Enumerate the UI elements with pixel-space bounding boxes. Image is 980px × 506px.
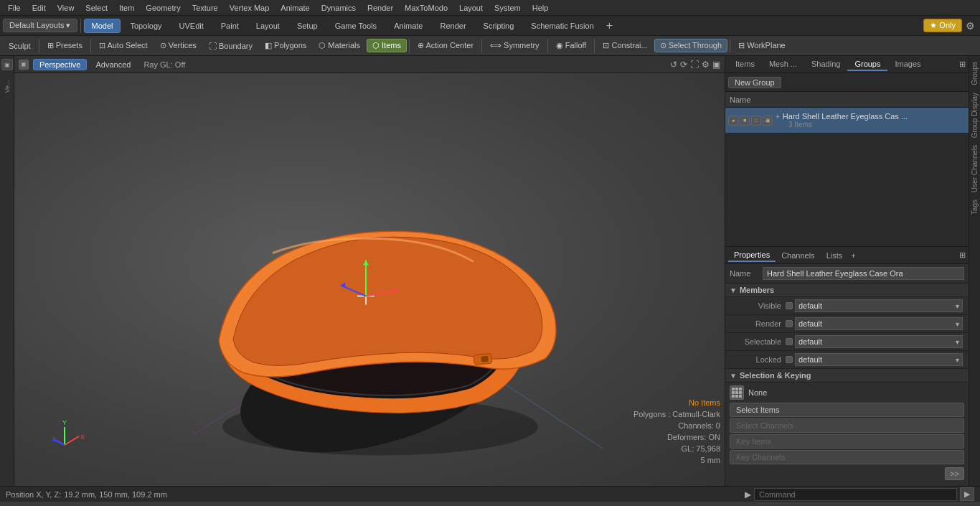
- menu-dynamics[interactable]: Dynamics: [316, 2, 361, 14]
- menu-item[interactable]: Item: [114, 2, 139, 14]
- viewport-corner-btn[interactable]: ▣: [19, 60, 29, 70]
- right-panel-expand-btn[interactable]: ⊞: [959, 60, 966, 69]
- group-visible-btn[interactable]: ●: [728, 116, 738, 126]
- sel-keying-section-header[interactable]: ▼ Selection & Keying: [725, 369, 969, 383]
- menu-vertex-map[interactable]: Vertex Map: [225, 2, 275, 14]
- tab-topology[interactable]: Topology: [122, 19, 169, 33]
- tab-scripting[interactable]: Scripting: [476, 19, 522, 33]
- selectable-dropdown[interactable]: default ▾: [795, 335, 963, 348]
- selectable-dot[interactable]: [786, 338, 793, 345]
- side-strip-tags[interactable]: Tags: [969, 197, 980, 217]
- viewport-icon-refresh[interactable]: ⟳: [680, 60, 687, 70]
- action-center-button[interactable]: ⊕ Action Center: [412, 39, 479, 52]
- new-group-button[interactable]: New Group: [728, 77, 781, 88]
- tab-model[interactable]: Model: [84, 19, 121, 33]
- rp-tab-groups[interactable]: Groups: [847, 58, 887, 71]
- groups-list[interactable]: ● ■ □ ▣ + Hard Shell Leather Eyeglass Ca…: [725, 108, 969, 246]
- rp-tab-shading[interactable]: Shading: [804, 58, 847, 71]
- members-section-header[interactable]: ▼ Members: [725, 284, 969, 297]
- command-input[interactable]: [754, 488, 957, 501]
- viewport-icon-settings[interactable]: ⚙: [702, 60, 710, 70]
- viewport-canvas[interactable]: No Items Polygons : Catmull-Clark Channe…: [14, 73, 725, 486]
- props-tab-properties[interactable]: Properties: [728, 249, 776, 262]
- menu-edit[interactable]: Edit: [27, 2, 51, 14]
- group-row-eyeglass[interactable]: ● ■ □ ▣ + Hard Shell Leather Eyeglass Ca…: [725, 108, 969, 133]
- menu-animate[interactable]: Animate: [275, 2, 314, 14]
- viewport[interactable]: ▣ Perspective Advanced Ray GL: Off ↺ ⟳ ⛶…: [14, 56, 725, 486]
- props-name-input[interactable]: [763, 267, 964, 280]
- side-strip-groups[interactable]: Groups: [969, 59, 980, 88]
- group-lock-btn[interactable]: □: [751, 116, 761, 126]
- rp-tab-items[interactable]: Items: [728, 58, 762, 71]
- rp-tab-images[interactable]: Images: [887, 58, 928, 71]
- autoselect-button[interactable]: ⊡ Auto Select: [93, 39, 154, 52]
- symmetry-button[interactable]: ⟺ Symmetry: [484, 39, 545, 52]
- select-items-button[interactable]: Select Items: [730, 403, 964, 417]
- tab-render[interactable]: Render: [432, 19, 473, 33]
- position-label: Position X, Y, Z:: [6, 490, 61, 499]
- menu-texture[interactable]: Texture: [187, 2, 223, 14]
- menu-maxtomodo[interactable]: MaxToModo: [400, 2, 453, 14]
- locked-dot[interactable]: [786, 356, 793, 363]
- side-strip-user-channels[interactable]: User Channels: [969, 142, 980, 195]
- channels-label: Channels: 0: [633, 420, 720, 431]
- tab-paint[interactable]: Paint: [213, 19, 247, 33]
- viewport-icon-maximize[interactable]: ▣: [712, 60, 720, 70]
- menu-layout[interactable]: Layout: [454, 2, 488, 14]
- rp-tab-mesh[interactable]: Mesh ...: [762, 58, 804, 71]
- props-tab-add[interactable]: +: [851, 251, 855, 260]
- presets-button[interactable]: ⊞ Presets: [42, 39, 88, 52]
- tab-schematic-fusion[interactable]: Schematic Fusion: [523, 19, 601, 33]
- key-channels-btn-2[interactable]: Key Channels: [730, 450, 964, 464]
- vertices-button[interactable]: ⊙ Vertices: [154, 39, 202, 52]
- sculpt-button[interactable]: Sculpt: [3, 39, 37, 52]
- tab-uvedit[interactable]: UVEdit: [171, 19, 212, 33]
- viewport-tab-raygl[interactable]: Ray GL: Off: [139, 60, 189, 70]
- viewport-icon-rotate[interactable]: ↺: [670, 60, 677, 70]
- sel-expand-btn[interactable]: >>: [945, 467, 964, 480]
- layout-dropdown[interactable]: Default Layouts ▾: [3, 19, 77, 32]
- lp-ver[interactable]: Ve...: [2, 75, 12, 95]
- viewport-tab-advanced[interactable]: Advanced: [91, 60, 135, 70]
- settings-button[interactable]: ⚙: [963, 20, 977, 32]
- add-tab-button[interactable]: +: [603, 19, 616, 32]
- props-tab-channels[interactable]: Channels: [776, 250, 820, 261]
- visible-dot[interactable]: [786, 302, 793, 309]
- materials-button[interactable]: ⬡ Materials: [313, 39, 366, 52]
- lt-btn-1[interactable]: ▣: [1, 59, 13, 70]
- menu-render[interactable]: Render: [362, 2, 398, 14]
- menu-select[interactable]: Select: [80, 2, 113, 14]
- locked-dropdown[interactable]: default ▾: [795, 353, 963, 366]
- falloff-button[interactable]: ◉ Falloff: [550, 39, 593, 52]
- items-button[interactable]: ⬡ Items: [367, 39, 407, 52]
- tab-animate[interactable]: Animate: [386, 19, 430, 33]
- viewport-tab-perspective[interactable]: Perspective: [33, 59, 87, 70]
- menu-help[interactable]: Help: [527, 2, 554, 14]
- workplane-button[interactable]: ⊟ WorkPlane: [732, 39, 791, 52]
- props-tab-lists[interactable]: Lists: [821, 250, 849, 261]
- tab-game-tools[interactable]: Game Tools: [327, 19, 385, 33]
- menu-view[interactable]: View: [52, 2, 80, 14]
- render-dropdown[interactable]: default ▾: [795, 317, 963, 330]
- group-plus-icon[interactable]: +: [776, 113, 780, 121]
- visible-dropdown[interactable]: default ▾: [795, 299, 963, 312]
- polygons-button[interactable]: ◧ Polygons: [259, 39, 312, 52]
- select-channels-button[interactable]: Select Channels: [730, 418, 964, 433]
- menu-system[interactable]: System: [489, 2, 526, 14]
- key-items-button[interactable]: Key Items: [730, 434, 964, 449]
- group-settings-btn[interactable]: ▣: [763, 116, 773, 126]
- viewport-icon-fullscreen[interactable]: ⛶: [690, 60, 699, 70]
- props-expand-btn[interactable]: ⊞: [959, 250, 966, 260]
- tab-layout[interactable]: Layout: [248, 19, 288, 33]
- select-through-button[interactable]: ⊙ Select Through: [654, 39, 727, 52]
- star-only-button[interactable]: ★ Only: [923, 19, 962, 32]
- constrain-button[interactable]: ⊡ Constrai...: [597, 39, 653, 52]
- boundary-button[interactable]: ⛶ Boundary: [203, 39, 258, 52]
- menu-file[interactable]: File: [3, 2, 26, 14]
- menu-geometry[interactable]: Geometry: [141, 2, 185, 14]
- render-dot[interactable]: [786, 320, 793, 327]
- side-strip-group-display[interactable]: Group Display: [969, 90, 980, 141]
- group-render-btn[interactable]: ■: [740, 116, 750, 126]
- command-submit-btn[interactable]: ▶: [960, 487, 974, 501]
- tab-setup[interactable]: Setup: [289, 19, 326, 33]
